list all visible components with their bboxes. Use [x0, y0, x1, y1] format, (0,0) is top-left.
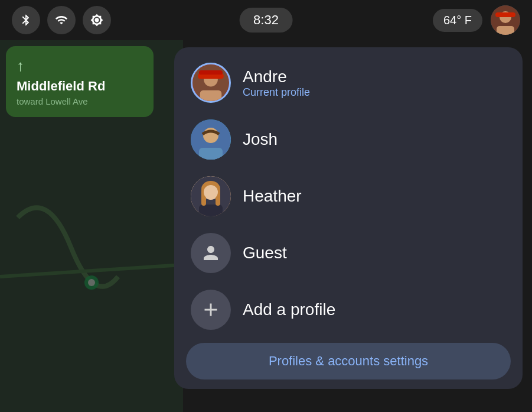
time-display: 8:32 — [239, 8, 293, 33]
profile-info-guest: Guest — [243, 244, 287, 262]
brightness-icon — [90, 14, 103, 27]
map-overlay — [0, 40, 183, 412]
current-user-avatar-button[interactable] — [491, 5, 520, 35]
temperature-display: 64° F — [433, 9, 482, 32]
svg-point-20 — [204, 185, 218, 199]
bluetooth-button[interactable] — [12, 6, 40, 34]
profile-item-heather[interactable]: Heather — [179, 168, 518, 225]
guest-icon — [200, 242, 221, 264]
profile-name-guest: Guest — [243, 244, 287, 262]
map-background: ↑ Middlefield Rd toward Lowell Ave — [0, 40, 183, 412]
profile-name-add: Add a profile — [243, 300, 335, 319]
status-right: 64° F — [433, 5, 520, 35]
profile-name-heather: Heather — [243, 187, 302, 206]
profile-info-heather: Heather — [243, 187, 302, 206]
profile-avatar-heather — [191, 176, 231, 216]
andre-avatar-image — [192, 63, 229, 103]
svg-point-5 — [88, 279, 95, 286]
profile-avatar-andre — [191, 63, 231, 103]
svg-rect-3 — [495, 12, 515, 17]
svg-rect-2 — [497, 26, 514, 35]
profile-avatar-guest — [191, 233, 231, 273]
josh-avatar-image — [191, 119, 231, 160]
profile-subtitle-andre: Current profile — [243, 86, 310, 99]
add-icon — [200, 299, 221, 320]
profile-name-andre: Andre — [243, 67, 310, 86]
profile-item-add[interactable]: Add a profile — [179, 281, 518, 338]
svg-rect-13 — [199, 148, 223, 160]
brightness-button[interactable] — [83, 6, 111, 34]
profile-item-andre[interactable]: Andre Current profile — [179, 54, 518, 111]
status-bar: 8:32 64° F — [0, 0, 532, 40]
svg-rect-8 — [200, 90, 221, 103]
heather-avatar-image — [191, 176, 231, 216]
profile-avatar-add — [191, 290, 231, 330]
svg-rect-10 — [199, 70, 223, 74]
bluetooth-icon — [19, 14, 32, 27]
profile-info-add: Add a profile — [243, 300, 335, 319]
profile-item-josh[interactable]: Josh — [179, 111, 518, 168]
time-center: 8:32 — [239, 8, 293, 33]
current-user-avatar — [491, 5, 520, 35]
svg-rect-16 — [199, 205, 223, 216]
profile-info-josh: Josh — [243, 130, 278, 149]
profile-avatar-josh — [191, 119, 231, 160]
signal-icon — [55, 14, 68, 27]
profile-item-guest[interactable]: Guest — [179, 225, 518, 281]
status-icons-left — [12, 6, 111, 34]
profiles-settings-button[interactable]: Profiles & accounts settings — [186, 343, 511, 379]
signal-button[interactable] — [47, 6, 76, 34]
profile-name-josh: Josh — [243, 130, 278, 149]
profile-dropdown-panel: Andre Current profile Josh — [174, 47, 523, 389]
profiles-settings-label: Profiles & accounts settings — [269, 353, 428, 368]
profile-info-andre: Andre Current profile — [243, 67, 310, 99]
